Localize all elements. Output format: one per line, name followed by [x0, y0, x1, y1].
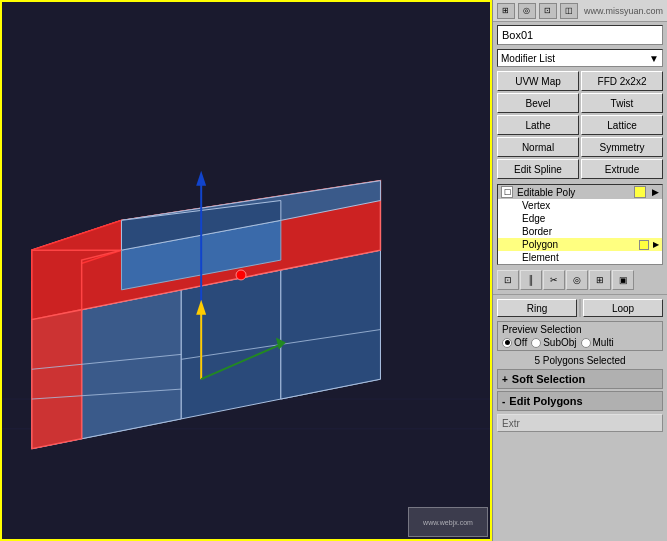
radio-multi-label: Multi	[593, 337, 614, 348]
loop-btn[interactable]: Loop	[583, 299, 663, 317]
edit-polygons-collapse-icon: -	[502, 396, 505, 407]
bottom-panel-content: Extr	[493, 412, 667, 541]
stack-item-edge[interactable]: Edge	[498, 212, 662, 225]
ring-btn[interactable]: Ring	[497, 299, 577, 317]
editable-poly-item[interactable]: ☐ Editable Poly ▶	[498, 185, 662, 199]
modifier-list-label: Modifier List	[501, 53, 555, 64]
stack-item-element[interactable]: Element	[498, 251, 662, 264]
modifier-list-row: Modifier List ▼	[497, 49, 663, 67]
tool-icon-2[interactable]: ║	[520, 270, 542, 290]
symmetry-btn[interactable]: Symmetry	[581, 137, 663, 157]
edit-spline-btn[interactable]: Edit Spline	[497, 159, 579, 179]
svg-marker-15	[32, 310, 82, 449]
icon-btn-3[interactable]: ⊡	[539, 3, 557, 19]
site-watermark: www.webjx.com	[408, 507, 488, 537]
soft-selection-label: Soft Selection	[512, 373, 585, 385]
svg-point-26	[236, 270, 246, 280]
vertex-label: Vertex	[522, 200, 550, 211]
element-label: Element	[522, 252, 559, 263]
stack-item-vertex[interactable]: Vertex	[498, 199, 662, 212]
ring-loop-row: Ring Loop	[497, 299, 663, 317]
lattice-btn[interactable]: Lattice	[581, 115, 663, 135]
tool-icon-5[interactable]: ⊞	[589, 270, 611, 290]
modifier-buttons-grid: UVW Map FFD 2x2x2 Bevel Twist Lathe Latt…	[497, 71, 663, 179]
lathe-btn[interactable]: Lathe	[497, 115, 579, 135]
radio-multi-circle	[581, 338, 591, 348]
radio-subobj-label: SubObj	[543, 337, 576, 348]
right-panel: ⊞ ◎ ⊡ ◫ www.missyuan.com Box01 Modifier …	[492, 0, 667, 541]
normal-btn[interactable]: Normal	[497, 137, 579, 157]
edit-polygons-header[interactable]: - Edit Polygons	[497, 391, 663, 411]
border-label: Border	[522, 226, 552, 237]
object-name-field[interactable]: Box01	[497, 25, 663, 45]
radio-off[interactable]: Off	[502, 337, 527, 348]
object-name-text: Box01	[502, 29, 533, 41]
radio-multi[interactable]: Multi	[581, 337, 614, 348]
tool-icon-3[interactable]: ✂	[543, 270, 565, 290]
radio-off-circle	[502, 338, 512, 348]
radio-subobj-circle	[531, 338, 541, 348]
selection-status: 5 Polygons Selected	[493, 353, 667, 368]
radio-subobj[interactable]: SubObj	[531, 337, 576, 348]
divider-1	[493, 294, 667, 295]
tool-icon-1[interactable]: ⊡	[497, 270, 519, 290]
twist-btn[interactable]: Twist	[581, 93, 663, 113]
viewport[interactable]: 思缘设计论坛 www.missyuan.com 第3步：拉伸如图所示的面	[0, 0, 492, 541]
3d-scene	[2, 2, 490, 539]
icon-btn-4[interactable]: ◫	[560, 3, 578, 19]
ffd-btn[interactable]: FFD 2x2x2	[581, 71, 663, 91]
soft-selection-collapse-icon: +	[502, 374, 508, 385]
stack-checkbox[interactable]: ☐	[501, 186, 513, 198]
polygon-color-box	[639, 240, 649, 250]
svg-marker-8	[281, 250, 381, 399]
preview-radio-row: Off SubObj Multi	[502, 337, 658, 348]
preview-selection-title: Preview Selection	[502, 324, 658, 335]
svg-marker-5	[82, 290, 182, 439]
dropdown-arrow-icon: ▼	[649, 53, 659, 64]
icon-btn-1[interactable]: ⊞	[497, 3, 515, 19]
soft-selection-header[interactable]: + Soft Selection	[497, 369, 663, 389]
preview-selection-box: Preview Selection Off SubObj Multi	[497, 321, 663, 351]
radio-off-label: Off	[514, 337, 527, 348]
icon-btn-2[interactable]: ◎	[518, 3, 536, 19]
tool-icon-6[interactable]: ▣	[612, 270, 634, 290]
tool-icon-4[interactable]: ◎	[566, 270, 588, 290]
stack-title: Editable Poly	[517, 187, 575, 198]
stack-expand-icon: ▶	[652, 187, 659, 197]
website-label: www.missyuan.com	[584, 6, 663, 16]
modifier-stack: ☐ Editable Poly ▶ Vertex Edge Border Pol…	[497, 184, 663, 265]
tools-icons-row: ⊡ ║ ✂ ◎ ⊞ ▣	[497, 270, 663, 290]
main-container: 思缘设计论坛 www.missyuan.com 第3步：拉伸如图所示的面	[0, 0, 667, 541]
stack-item-border[interactable]: Border	[498, 225, 662, 238]
uvw-map-btn[interactable]: UVW Map	[497, 71, 579, 91]
edit-polygons-label: Edit Polygons	[509, 395, 582, 407]
extr-label: Extr	[497, 414, 663, 432]
edge-label: Edge	[522, 213, 545, 224]
bevel-btn[interactable]: Bevel	[497, 93, 579, 113]
extrude-btn[interactable]: Extrude	[581, 159, 663, 179]
modifier-list-dropdown[interactable]: Modifier List ▼	[497, 49, 663, 67]
top-icons-bar: ⊞ ◎ ⊡ ◫ www.missyuan.com	[493, 0, 667, 22]
polygon-arrow-icon: ▶	[653, 240, 659, 249]
polygon-label: Polygon	[522, 239, 558, 250]
stack-item-polygon[interactable]: Polygon ▶	[498, 238, 662, 251]
stack-color-box	[634, 186, 646, 198]
